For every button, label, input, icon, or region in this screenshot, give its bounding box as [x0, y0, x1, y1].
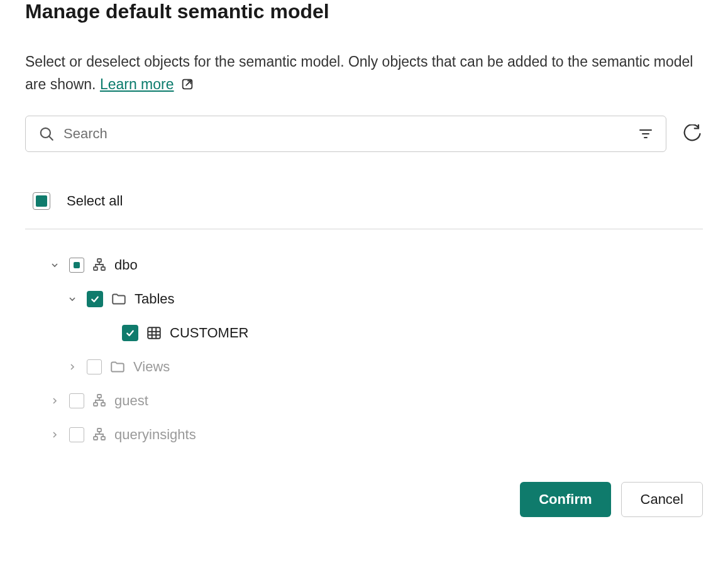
search-input[interactable] — [63, 126, 629, 142]
object-tree: dbo Tables — [25, 229, 703, 452]
tree-node-queryinsights[interactable]: queryinsights — [25, 418, 703, 452]
svg-rect-15 — [94, 403, 97, 406]
chevron-right-icon[interactable] — [65, 362, 79, 372]
dbo-checkbox[interactable] — [69, 258, 84, 273]
tree-label: Tables — [135, 291, 175, 307]
tree-label: Views — [133, 359, 170, 375]
select-all-label: Select all — [67, 193, 123, 209]
search-box[interactable] — [25, 116, 666, 152]
svg-rect-17 — [97, 428, 101, 432]
svg-rect-16 — [101, 403, 105, 406]
svg-rect-14 — [97, 395, 101, 398]
folder-icon — [109, 359, 126, 375]
tables-checkbox[interactable] — [87, 291, 103, 307]
views-checkbox[interactable] — [87, 359, 102, 374]
external-link-icon — [180, 77, 194, 91]
queryinsights-checkbox[interactable] — [69, 427, 84, 442]
tree-label: CUSTOMER — [170, 325, 249, 341]
tree-node-views[interactable]: Views — [25, 350, 703, 384]
schema-icon — [92, 427, 107, 442]
svg-rect-19 — [101, 437, 105, 440]
refresh-button[interactable] — [681, 123, 703, 145]
tree-label: dbo — [114, 257, 138, 273]
svg-rect-6 — [97, 259, 101, 262]
schema-icon — [92, 393, 107, 408]
search-icon — [38, 126, 55, 142]
chevron-right-icon[interactable] — [48, 430, 62, 440]
table-icon — [146, 325, 162, 341]
tree-label: guest — [114, 393, 148, 409]
chevron-down-icon[interactable] — [65, 294, 79, 304]
learn-more-label: Learn more — [100, 74, 174, 96]
schema-icon — [92, 258, 107, 273]
tree-node-customer[interactable]: CUSTOMER — [25, 316, 703, 350]
svg-line-2 — [49, 137, 52, 140]
chevron-down-icon[interactable] — [48, 260, 62, 270]
svg-rect-7 — [94, 267, 97, 270]
filter-icon[interactable] — [638, 126, 653, 141]
tree-node-guest[interactable]: guest — [25, 384, 703, 418]
chevron-right-icon[interactable] — [48, 396, 62, 406]
guest-checkbox[interactable] — [69, 393, 84, 408]
learn-more-link[interactable]: Learn more — [100, 74, 194, 96]
tree-label: queryinsights — [114, 427, 196, 443]
tree-node-tables[interactable]: Tables — [25, 282, 703, 316]
cancel-button[interactable]: Cancel — [621, 482, 703, 517]
svg-rect-18 — [94, 437, 97, 440]
folder-icon — [111, 291, 127, 307]
select-all-checkbox[interactable] — [33, 192, 50, 210]
svg-rect-9 — [148, 328, 160, 339]
tree-node-dbo[interactable]: dbo — [25, 248, 703, 282]
customer-checkbox[interactable] — [122, 325, 138, 341]
confirm-button[interactable]: Confirm — [520, 482, 610, 517]
page-title: Manage default semantic model — [25, 0, 703, 23]
svg-rect-8 — [101, 267, 105, 270]
page-description: Select or deselect objects for the seman… — [25, 51, 703, 96]
